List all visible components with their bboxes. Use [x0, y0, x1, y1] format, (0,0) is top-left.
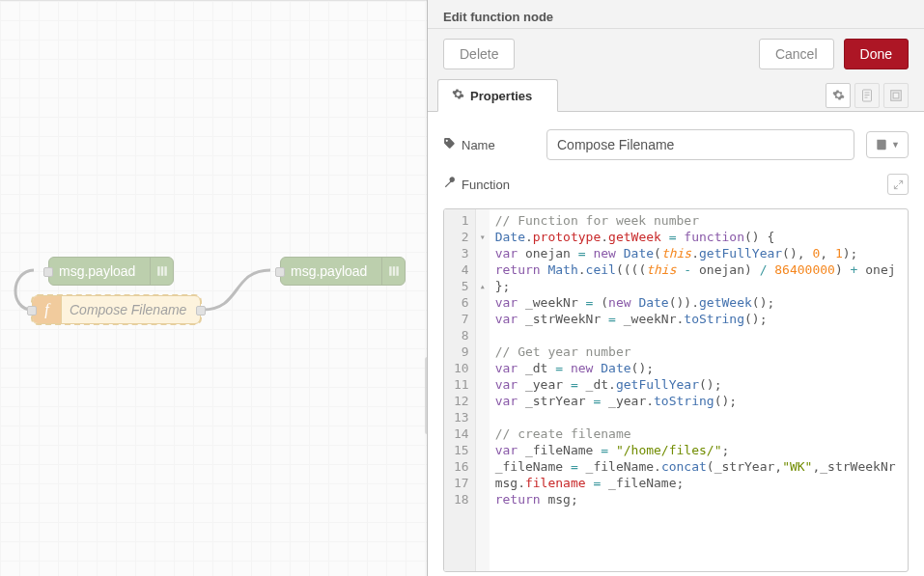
node-label: msg.payload [291, 263, 367, 279]
name-label: Name [443, 137, 535, 152]
svg-rect-5 [396, 266, 398, 276]
panel-button-row: Delete Cancel Done [428, 29, 924, 79]
cancel-button[interactable]: Cancel [759, 39, 834, 69]
node-label: Compose Filename [62, 302, 186, 317]
node-input-port[interactable] [27, 306, 37, 315]
book-icon [875, 138, 888, 151]
function-row-header: Function [443, 174, 909, 195]
debug-node-2[interactable]: msg.payload [280, 257, 406, 286]
editor-gutter: 1 2 3 4 5 6 7 8 9 10 11 12 13 14 15 16 1… [444, 209, 476, 571]
wrench-icon [443, 177, 456, 192]
done-button[interactable]: Done [844, 39, 909, 69]
flow-canvas[interactable]: msg.payload msg.payload f Compose Filena… [0, 0, 428, 576]
tab-properties[interactable]: Properties [437, 79, 558, 112]
svg-rect-2 [164, 266, 166, 276]
svg-rect-3 [389, 266, 391, 276]
panel-title: Edit function node [428, 0, 924, 29]
svg-rect-0 [157, 266, 159, 276]
expand-icon [893, 179, 904, 190]
library-button[interactable]: ▼ [866, 131, 909, 158]
name-row: Name ▼ [443, 129, 909, 160]
svg-rect-10 [891, 90, 902, 100]
wires [0, 1, 428, 576]
name-input[interactable] [546, 129, 854, 160]
editor-code-area[interactable]: // Function for week number Date.prototy… [490, 209, 908, 571]
tabs-row: Properties [428, 79, 924, 112]
editor-fold-column[interactable]: ▾ ▴ [476, 209, 490, 571]
expand-editor-button[interactable] [887, 174, 909, 195]
debug-toggle[interactable] [150, 258, 173, 285]
debug-toggle[interactable] [381, 258, 405, 285]
node-input-port[interactable] [275, 267, 285, 277]
tag-icon [443, 137, 456, 152]
gear-icon [452, 88, 464, 103]
debug-node-1[interactable]: msg.payload [48, 257, 174, 286]
svg-rect-1 [160, 266, 162, 276]
code-editor[interactable]: 1 2 3 4 5 6 7 8 9 10 11 12 13 14 15 16 1… [443, 208, 909, 572]
node-label: msg.payload [59, 263, 135, 279]
properties-form: Name ▼ Function 1 2 3 4 5 6 7 8 9 10 11 … [428, 112, 924, 576]
svg-rect-4 [392, 266, 394, 276]
svg-rect-11 [893, 93, 899, 98]
function-icon: f [33, 296, 62, 323]
function-node-compose-filename[interactable]: f Compose Filename [32, 295, 201, 324]
node-output-port[interactable] [196, 306, 206, 315]
edit-panel: Edit function node Delete Cancel Done Pr… [427, 0, 924, 576]
node-description-button[interactable] [854, 83, 880, 108]
node-appearance-button[interactable] [883, 83, 909, 108]
node-input-port[interactable] [43, 267, 53, 277]
node-settings-button[interactable] [826, 83, 851, 108]
function-label: Function [443, 177, 510, 192]
delete-button[interactable]: Delete [443, 39, 515, 69]
caret-down-icon: ▼ [891, 140, 900, 150]
tab-label: Properties [470, 89, 532, 103]
